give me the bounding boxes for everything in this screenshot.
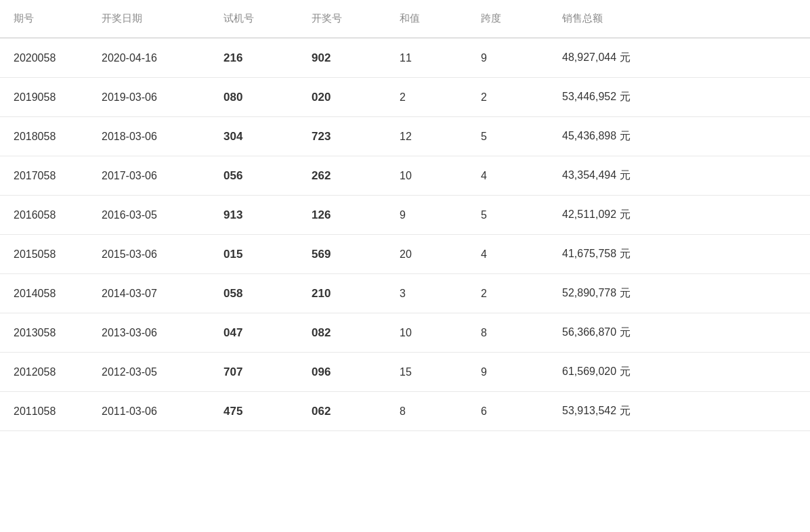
cell-xiaoshou: 42,511,092 元	[549, 196, 810, 235]
cell-shiji: 216	[210, 38, 298, 78]
cell-xiaoshou: 52,890,778 元	[549, 274, 810, 313]
cell-xiaoshou: 48,927,044 元	[549, 38, 810, 78]
cell-hezhi: 3	[386, 274, 467, 313]
cell-qihao: 2015058	[0, 235, 88, 274]
cell-hezhi: 8	[386, 392, 467, 431]
header-qihao: 期号	[0, 0, 88, 38]
table-row: 20160582016-03-059131269542,511,092 元	[0, 196, 810, 235]
cell-kuadu: 2	[467, 78, 549, 117]
table-row: 20150582015-03-0601556920441,675,758 元	[0, 235, 810, 274]
header-date: 开奖日期	[88, 0, 210, 38]
cell-kuadu: 4	[467, 235, 549, 274]
cell-shiji: 475	[210, 392, 298, 431]
cell-kuadu: 9	[467, 38, 549, 78]
cell-qihao: 2017058	[0, 156, 88, 196]
table-header-row: 期号 开奖日期 试机号 开奖号 和值 跨度 销售总额	[0, 0, 810, 38]
lottery-table: 期号 开奖日期 试机号 开奖号 和值 跨度 销售总额 20200582020-0…	[0, 0, 810, 431]
cell-date: 2012-03-05	[88, 353, 210, 392]
cell-kaijianghao: 902	[298, 38, 386, 78]
cell-date: 2011-03-06	[88, 392, 210, 431]
cell-kaijianghao: 020	[298, 78, 386, 117]
cell-shiji: 913	[210, 196, 298, 235]
header-shiji: 试机号	[210, 0, 298, 38]
cell-shiji: 047	[210, 313, 298, 353]
header-kuadu: 跨度	[467, 0, 549, 38]
cell-date: 2013-03-06	[88, 313, 210, 353]
cell-qihao: 2018058	[0, 117, 88, 156]
cell-date: 2017-03-06	[88, 156, 210, 196]
cell-xiaoshou: 53,446,952 元	[549, 78, 810, 117]
cell-date: 2020-04-16	[88, 38, 210, 78]
cell-shiji: 056	[210, 156, 298, 196]
cell-xiaoshou: 45,436,898 元	[549, 117, 810, 156]
cell-qihao: 2016058	[0, 196, 88, 235]
table-row: 20120582012-03-0570709615961,569,020 元	[0, 353, 810, 392]
cell-qihao: 2020058	[0, 38, 88, 78]
cell-kuadu: 4	[467, 156, 549, 196]
cell-qihao: 2012058	[0, 353, 88, 392]
cell-kaijianghao: 210	[298, 274, 386, 313]
cell-kuadu: 8	[467, 313, 549, 353]
cell-kaijianghao: 062	[298, 392, 386, 431]
cell-kuadu: 2	[467, 274, 549, 313]
cell-date: 2015-03-06	[88, 235, 210, 274]
cell-shiji: 080	[210, 78, 298, 117]
cell-hezhi: 11	[386, 38, 467, 78]
cell-kaijianghao: 569	[298, 235, 386, 274]
cell-shiji: 707	[210, 353, 298, 392]
table-row: 20170582017-03-0605626210443,354,494 元	[0, 156, 810, 196]
cell-hezhi: 9	[386, 196, 467, 235]
cell-kaijianghao: 096	[298, 353, 386, 392]
cell-qihao: 2011058	[0, 392, 88, 431]
cell-date: 2018-03-06	[88, 117, 210, 156]
cell-xiaoshou: 53,913,542 元	[549, 392, 810, 431]
cell-hezhi: 20	[386, 235, 467, 274]
cell-kuadu: 5	[467, 117, 549, 156]
cell-qihao: 2014058	[0, 274, 88, 313]
cell-shiji: 304	[210, 117, 298, 156]
cell-kaijianghao: 126	[298, 196, 386, 235]
table-row: 20180582018-03-0630472312545,436,898 元	[0, 117, 810, 156]
header-kaijianghao: 开奖号	[298, 0, 386, 38]
cell-date: 2014-03-07	[88, 274, 210, 313]
cell-xiaoshou: 43,354,494 元	[549, 156, 810, 196]
cell-hezhi: 2	[386, 78, 467, 117]
cell-kaijianghao: 723	[298, 117, 386, 156]
cell-hezhi: 10	[386, 156, 467, 196]
cell-kuadu: 6	[467, 392, 549, 431]
cell-kaijianghao: 262	[298, 156, 386, 196]
table-row: 20140582014-03-070582103252,890,778 元	[0, 274, 810, 313]
cell-kuadu: 9	[467, 353, 549, 392]
cell-date: 2016-03-05	[88, 196, 210, 235]
cell-xiaoshou: 56,366,870 元	[549, 313, 810, 353]
header-hezhi: 和值	[386, 0, 467, 38]
cell-date: 2019-03-06	[88, 78, 210, 117]
cell-qihao: 2013058	[0, 313, 88, 353]
cell-shiji: 058	[210, 274, 298, 313]
header-xiaoshou: 销售总额	[549, 0, 810, 38]
cell-xiaoshou: 61,569,020 元	[549, 353, 810, 392]
cell-kaijianghao: 082	[298, 313, 386, 353]
cell-qihao: 2019058	[0, 78, 88, 117]
table-row: 20200582020-04-1621690211948,927,044 元	[0, 38, 810, 78]
table-row: 20130582013-03-0604708210856,366,870 元	[0, 313, 810, 353]
cell-hezhi: 12	[386, 117, 467, 156]
table-row: 20110582011-03-064750628653,913,542 元	[0, 392, 810, 431]
cell-xiaoshou: 41,675,758 元	[549, 235, 810, 274]
cell-kuadu: 5	[467, 196, 549, 235]
table-row: 20190582019-03-060800202253,446,952 元	[0, 78, 810, 117]
cell-hezhi: 15	[386, 353, 467, 392]
cell-hezhi: 10	[386, 313, 467, 353]
cell-shiji: 015	[210, 235, 298, 274]
